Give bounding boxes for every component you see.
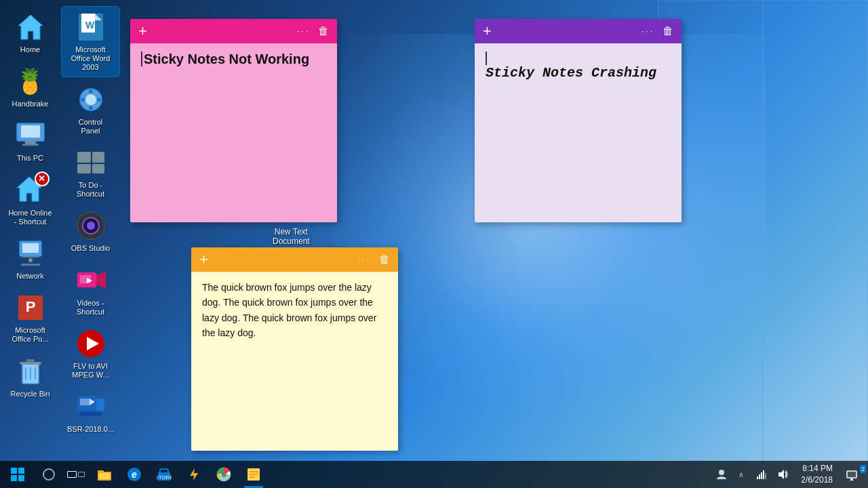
pink-note-delete-btn[interactable]: 🗑 (318, 25, 329, 37)
taskbar-sticky-notes[interactable] (239, 461, 269, 488)
new-text-doc-label: New TextDocument (273, 227, 310, 246)
purple-note-delete-btn[interactable]: 🗑 (663, 25, 673, 37)
svg-rect-3 (25, 141, 36, 144)
tray-datetime[interactable]: 8:14 PM 2/6/2018 (795, 463, 838, 486)
home-icon-img (14, 11, 47, 43)
flv-icon-label: FLV to AVIMPEG W... (72, 362, 108, 380)
desktop-icon-control-panel[interactable]: ControlPanel (62, 79, 119, 140)
to-do-icon-label: To Do -Shortcut (77, 181, 104, 199)
network-icon-img (14, 237, 47, 270)
tray-chevron[interactable]: ∧ (733, 461, 749, 488)
ms-office-po-icon-img: P (14, 291, 47, 324)
this-pc-icon-img (14, 119, 47, 152)
svg-rect-46 (80, 412, 102, 416)
svg-text:STORE: STORE (157, 474, 172, 481)
purple-note-text: Sticky Notes Crashing (486, 65, 671, 81)
tray-notification-btn[interactable]: 2 (841, 461, 863, 488)
purple-note-body[interactable]: Sticky Notes Crashing (475, 43, 682, 222)
desktop-icon-home-online[interactable]: ✕ Home Online- Shortcut (1, 170, 59, 230)
pink-note-add-btn[interactable]: + (138, 22, 147, 40)
control-panel-icon-img (75, 83, 107, 116)
sticky-note-yellow[interactable]: + ··· 🗑 The quick brown fox jumps over t… (191, 247, 398, 451)
pink-note-body[interactable]: Sticky Notes Not Working (130, 43, 337, 222)
notification-badge: 2 (860, 465, 866, 473)
svg-rect-7 (22, 243, 39, 253)
svg-marker-68 (778, 470, 784, 479)
yellow-note-header: + ··· 🗑 (191, 247, 398, 272)
svg-text:W: W (85, 20, 95, 30)
task-view-button[interactable] (62, 461, 90, 488)
grid-cell-3 (658, 230, 763, 461)
system-tray: ∧ (713, 461, 868, 488)
taskbar-store[interactable]: STORE (149, 461, 179, 488)
start-button[interactable] (0, 461, 35, 488)
desktop-icon-network[interactable]: Network (1, 233, 59, 285)
taskbar: e STORE (0, 461, 868, 488)
pink-note-more-btn[interactable]: ··· (297, 26, 310, 36)
bsr-icon-img (75, 390, 107, 423)
yellow-note-body[interactable]: The quick brown fox jumps over the lazy … (191, 272, 398, 451)
file-explorer-icon (97, 468, 112, 481)
desktop-icon-flv[interactable]: FLV to AVIMPEG W... (62, 323, 119, 384)
taskbar-edge[interactable]: e (119, 461, 149, 488)
this-pc-icon-label: This PC (17, 154, 43, 163)
desktop-icon-recycle-bin[interactable]: Recycle Bin (1, 351, 59, 403)
svg-rect-63 (757, 476, 758, 479)
sticky-note-purple[interactable]: + ··· 🗑 Sticky Notes Crashing (475, 19, 682, 222)
yellow-note-add-btn[interactable]: + (199, 251, 208, 268)
edge-icon: e (127, 467, 142, 482)
desktop-icon-home[interactable]: Home (1, 7, 59, 58)
svg-rect-9 (22, 256, 39, 258)
control-panel-icon-label: ControlPanel (79, 118, 102, 136)
tray-network-icon[interactable] (752, 461, 771, 488)
desktop-icon-handbrake[interactable]: 🍍 Handbrake (1, 61, 59, 113)
desktop-icon-bsr[interactable]: BSR-2018.0... (62, 386, 119, 438)
store-icon: STORE (157, 467, 172, 482)
to-do-icon-img (75, 146, 107, 179)
purple-note-add-btn[interactable]: + (483, 22, 492, 40)
purple-note-more-btn[interactable]: ··· (642, 26, 654, 36)
svg-rect-67 (765, 473, 766, 479)
desktop-icon-videos[interactable]: Videos -Shortcut (62, 260, 119, 321)
desktop-icons-area: Home 🍍 Handbrake This PC (0, 0, 125, 461)
home-online-icon-img: ✕ (14, 174, 47, 207)
videos-icon-label: Videos -Shortcut (77, 299, 104, 317)
purple-note-header: + ··· 🗑 (475, 19, 682, 43)
desktop: Home 🍍 Handbrake This PC (0, 0, 868, 488)
handbrake-icon-img: 🍍 (14, 65, 47, 98)
person-icon (715, 468, 728, 481)
cursor (141, 52, 142, 66)
desktop-icon-to-do[interactable]: To Do -Shortcut (62, 142, 119, 203)
taskbar-flash[interactable] (179, 461, 209, 488)
yellow-note-more-btn[interactable]: ··· (358, 255, 371, 264)
grid-cell-4 (763, 230, 868, 461)
network-icon-label: Network (16, 272, 43, 281)
ms-word-icon-img: W (75, 11, 107, 43)
desktop-icon-this-pc[interactable]: This PC (1, 115, 59, 167)
obs-icon-label: OBS Studio (71, 244, 110, 253)
svg-rect-10 (21, 264, 40, 266)
svg-rect-66 (763, 470, 764, 479)
desktop-icon-obs[interactable]: OBS Studio (62, 205, 119, 257)
pink-note-text: Sticky Notes Not Working (144, 52, 309, 67)
desktop-icon-ms-office-po[interactable]: P MicrosoftOffice Po... (1, 287, 59, 348)
cortana-button[interactable] (35, 461, 62, 488)
svg-rect-30 (92, 152, 104, 163)
recycle-bin-icon-label: Recycle Bin (10, 390, 50, 399)
tray-volume-icon[interactable] (774, 461, 793, 488)
tray-person-icon[interactable] (713, 468, 730, 481)
flash-icon (186, 467, 201, 482)
taskbar-file-explorer[interactable] (90, 461, 119, 488)
svg-point-25 (89, 89, 93, 94)
yellow-note-delete-btn[interactable]: 🗑 (379, 253, 390, 266)
svg-rect-48 (98, 470, 104, 473)
home-icon-label: Home (20, 45, 40, 54)
svg-text:P: P (25, 298, 35, 315)
svg-rect-44 (80, 399, 90, 405)
taskbar-chrome[interactable] (209, 461, 239, 488)
desktop-icon-ms-word[interactable]: W MicrosoftOffice Word2003 (62, 7, 119, 77)
task-view-icon (67, 471, 85, 478)
svg-point-35 (87, 222, 95, 230)
svg-rect-18 (26, 359, 35, 363)
sticky-note-pink[interactable]: + ··· 🗑 Sticky Notes Not Working (130, 19, 337, 222)
